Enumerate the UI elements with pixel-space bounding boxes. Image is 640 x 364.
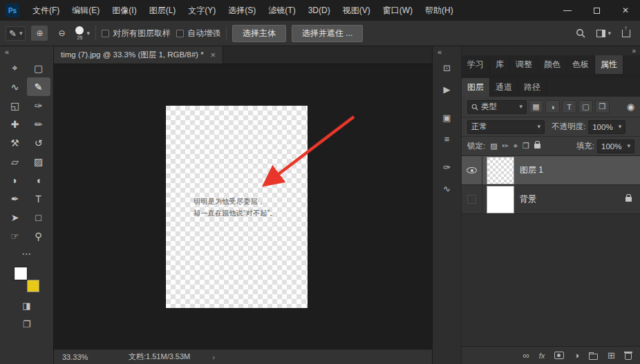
fill-field[interactable]: 100% ▾ <box>597 140 634 153</box>
auto-enhance-checkbox[interactable]: 自动增强 <box>176 28 220 39</box>
delete-layer-icon[interactable] <box>625 351 632 360</box>
lock-position-icon[interactable]: ⌖ <box>514 142 518 151</box>
collapse-tools-icon[interactable]: « <box>0 46 14 57</box>
foreground-color-swatch[interactable] <box>15 267 27 280</box>
filter-pixel-layers-icon[interactable]: ▦ <box>529 100 543 113</box>
tool-path-selection[interactable]: ➤ <box>3 208 27 227</box>
new-group-icon[interactable] <box>589 352 598 360</box>
menu-view[interactable]: 视图(V) <box>337 0 377 21</box>
lock-all-icon[interactable] <box>534 144 540 149</box>
brush-settings-panel-icon[interactable]: ✑ <box>435 157 459 178</box>
layer-thumbnail[interactable] <box>487 157 514 184</box>
menu-filter[interactable]: 滤镜(T) <box>262 0 301 21</box>
menu-image[interactable]: 图像(I) <box>106 0 142 21</box>
device-preview-panel-icon[interactable]: ▣ <box>435 107 459 128</box>
canvas[interactable]: 明明是为他受尽委屈， 却一直在跟他说“对不起”。 <box>54 64 432 349</box>
status-chevron-icon[interactable]: › <box>212 353 215 361</box>
filter-smart-objects-icon[interactable]: ❒ <box>595 100 610 113</box>
visibility-cell[interactable] <box>462 185 482 213</box>
tool-eyedropper[interactable]: ✑ <box>27 96 50 115</box>
expand-panels-icon[interactable]: « <box>433 46 446 57</box>
tab-learn[interactable]: 学习 <box>462 55 490 74</box>
menu-edit[interactable]: 编辑(E) <box>66 0 106 21</box>
selection-subtract-mode-button[interactable]: ⊖ <box>53 26 70 41</box>
actions-panel-icon[interactable]: ▶ <box>435 79 459 100</box>
tool-hand[interactable]: ☞ <box>3 227 27 245</box>
layer-filter-kind-dropdown[interactable]: 类型 ▾ <box>467 100 527 114</box>
tab-properties[interactable]: 属性 <box>595 55 623 74</box>
tool-gradient[interactable]: ▨ <box>27 152 50 171</box>
share-icon[interactable] <box>622 30 630 37</box>
tool-history-brush[interactable]: ↺ <box>27 133 50 152</box>
tab-libraries[interactable]: 库 <box>490 55 510 74</box>
tool-zoom[interactable]: ⚲ <box>27 227 50 245</box>
add-adjustment-layer-icon[interactable]: ◑ <box>574 350 579 361</box>
tool-dodge[interactable]: ◖ <box>27 171 50 189</box>
quick-mask-button[interactable]: ◨ <box>22 300 30 311</box>
layer-style-icon[interactable]: fx <box>539 352 545 360</box>
filter-type-layers-icon[interactable]: T <box>562 100 576 113</box>
layer-filter-toggle[interactable]: ◉ <box>627 102 634 112</box>
search-icon[interactable] <box>576 28 585 38</box>
filter-adjustment-layers-icon[interactable]: ◑ <box>545 100 560 113</box>
tab-adjustments[interactable]: 调整 <box>510 55 538 74</box>
tab-swatches[interactable]: 色板 <box>567 55 595 74</box>
layer-thumbnail[interactable] <box>487 186 514 213</box>
tab-layers[interactable]: 图层 <box>462 78 490 97</box>
tool-lasso[interactable]: ∿ <box>3 77 27 96</box>
brush-size-picker[interactable]: 25 ▾ <box>75 26 90 40</box>
close-tab-icon[interactable]: × <box>211 50 216 60</box>
clone-source-panel-icon[interactable]: ⊡ <box>435 57 459 79</box>
tab-channels[interactable]: 通道 <box>490 78 518 97</box>
layer-row-layer-1[interactable]: 图层 1 <box>462 156 640 185</box>
tool-quick-selection[interactable]: ✎ <box>27 77 50 96</box>
tool-rectangle[interactable]: □ <box>27 208 50 227</box>
layer-name[interactable]: 图层 1 <box>520 164 543 176</box>
select-subject-button[interactable]: 选择主体 <box>232 25 286 42</box>
document-tab[interactable]: timg (7).jpg @ 33.3% (图层 1, RGB/8#) * × <box>54 46 223 64</box>
tab-color[interactable]: 颜色 <box>538 55 567 74</box>
workspace-switcher[interactable]: ▾ <box>596 30 611 37</box>
maximize-button[interactable] <box>582 0 611 21</box>
tab-paths[interactable]: 路径 <box>518 78 547 97</box>
paragraph-panel-icon[interactable]: ∿ <box>435 178 459 200</box>
menu-file[interactable]: 文件(F) <box>26 0 66 21</box>
opacity-field[interactable]: 100% ▾ <box>588 120 625 134</box>
notes-panel-icon[interactable]: ≡ <box>435 128 459 150</box>
menu-window[interactable]: 窗口(W) <box>377 0 419 21</box>
blend-mode-dropdown[interactable]: 正常 ▾ <box>467 120 545 134</box>
tool-pen[interactable]: ✒ <box>3 189 27 208</box>
menu-select[interactable]: 选择(S) <box>222 0 262 21</box>
tool-brush[interactable]: ✏ <box>27 115 50 133</box>
visibility-cell[interactable] <box>462 156 482 184</box>
selection-add-mode-button[interactable]: ⊕ <box>31 26 48 41</box>
tool-move[interactable]: ⌖ <box>3 59 27 77</box>
tool-rectangular-marquee[interactable]: ▢ <box>27 59 50 77</box>
menu-type[interactable]: 文字(Y) <box>182 0 222 21</box>
lock-transparent-pixels-icon[interactable]: ▨ <box>490 142 497 151</box>
add-mask-icon[interactable] <box>554 352 564 359</box>
lock-artboard-icon[interactable]: ❒ <box>523 142 529 151</box>
edit-toolbar-button[interactable]: ⋯ <box>3 245 50 262</box>
link-layers-icon[interactable]: ∞ <box>523 350 529 361</box>
sample-all-layers-checkbox[interactable]: 对所有图层取样 <box>102 28 171 39</box>
tool-eraser[interactable]: ▱ <box>3 152 27 171</box>
tool-crop[interactable]: ◱ <box>3 96 27 115</box>
close-button[interactable]: ✕ <box>611 0 640 21</box>
new-layer-icon[interactable]: ⊞ <box>608 350 615 361</box>
minimize-button[interactable]: — <box>553 0 582 21</box>
menu-3d[interactable]: 3D(D) <box>302 0 337 21</box>
document-canvas[interactable]: 明明是为他受尽委屈， 却一直在跟他说“对不起”。 <box>166 106 308 308</box>
layer-name[interactable]: 背景 <box>520 193 536 205</box>
collapse-panels-icon[interactable]: » <box>632 47 636 55</box>
layer-row-background[interactable]: 背景 <box>462 185 640 214</box>
menu-help[interactable]: 帮助(H) <box>419 0 460 21</box>
menu-layer[interactable]: 图层(L) <box>143 0 182 21</box>
filter-shape-layers-icon[interactable]: ▢ <box>578 100 593 113</box>
zoom-level-field[interactable]: 33.33% <box>62 353 98 361</box>
tool-clone-stamp[interactable]: ⚒ <box>3 133 27 152</box>
tool-preset-picker[interactable]: ✎ ▾ <box>6 26 26 41</box>
tool-spot-healing-brush[interactable]: ✚ <box>3 115 27 133</box>
select-and-mask-button[interactable]: 选择并遮住 ... <box>292 25 363 42</box>
background-color-swatch[interactable] <box>27 280 39 292</box>
